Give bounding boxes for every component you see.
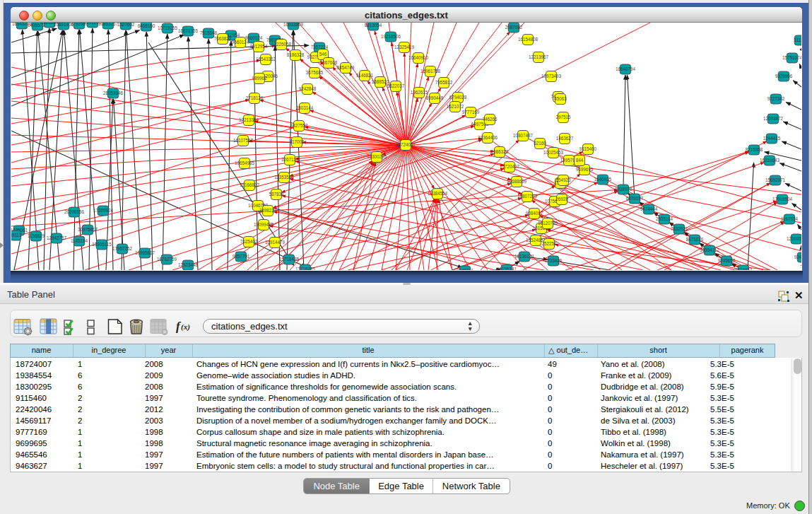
svg-text:10719155: 10719155 [158, 25, 178, 30]
svg-text:297515: 297515 [555, 115, 571, 119]
svg-text:16154808: 16154808 [518, 37, 539, 42]
svg-text:8454749: 8454749 [337, 65, 355, 70]
svg-text:17957252: 17957252 [112, 246, 133, 251]
svg-text:1463627: 1463627 [556, 136, 574, 141]
svg-text:1621072: 1621072 [447, 104, 464, 109]
svg-text:11124: 11124 [794, 37, 801, 42]
svg-text:6794028: 6794028 [449, 95, 467, 100]
svg-text:12325419: 12325419 [394, 45, 415, 49]
svg-text:12923448: 12923448 [178, 262, 199, 267]
svg-text:1527602: 1527602 [117, 23, 135, 27]
svg-text:8427552: 8427552 [290, 123, 308, 128]
svg-text:18724007: 18724007 [396, 142, 416, 147]
svg-text:20206556: 20206556 [64, 209, 85, 214]
svg-text:19218506: 19218506 [381, 34, 401, 39]
svg-text:15751074: 15751074 [782, 55, 801, 60]
svg-text:2867608: 2867608 [320, 60, 338, 65]
svg-text:10973493: 10973493 [541, 74, 562, 78]
svg-text:9777169: 9777169 [462, 110, 480, 115]
svg-text:13716485: 13716485 [295, 267, 316, 270]
svg-text:9474412: 9474412 [735, 267, 753, 270]
svg-text:989962: 989962 [252, 76, 267, 81]
svg-text:8813054: 8813054 [365, 23, 382, 28]
svg-text:16640910: 16640910 [408, 55, 429, 60]
svg-text:39117: 39117 [11, 233, 22, 238]
svg-text:2718126: 2718126 [246, 95, 264, 100]
svg-text:9245011: 9245011 [457, 268, 474, 270]
svg-text:21364436: 21364436 [478, 135, 498, 140]
svg-text:16210643: 16210643 [760, 158, 780, 163]
svg-text:8186328: 8186328 [287, 52, 305, 57]
svg-text:16671355: 16671355 [178, 28, 199, 33]
svg-text:10688609: 10688609 [507, 179, 527, 184]
svg-text:9245652: 9245652 [718, 258, 736, 263]
svg-text:9242848: 9242848 [299, 86, 317, 91]
svg-text:30975867: 30975867 [78, 227, 98, 232]
svg-text:7986322: 7986322 [491, 149, 509, 154]
svg-text:252254: 252254 [541, 241, 557, 246]
svg-text:19166822: 19166822 [240, 182, 260, 187]
svg-text:7515546: 7515546 [200, 30, 218, 35]
svg-text:1244415: 1244415 [763, 136, 781, 141]
svg-text:3498222: 3498222 [259, 208, 277, 213]
svg-text:1145194: 1145194 [71, 238, 88, 243]
svg-text:16107552: 16107552 [233, 138, 254, 143]
svg-text:9699695: 9699695 [576, 167, 594, 172]
svg-text:17359924: 17359924 [93, 208, 114, 213]
svg-text:2935114: 2935114 [656, 216, 673, 221]
svg-text:16136141: 16136141 [514, 254, 535, 259]
svg-text:45063: 45063 [554, 96, 567, 101]
svg-text:12103561: 12103561 [787, 236, 801, 241]
svg-text:844: 844 [576, 158, 584, 163]
svg-text:16648794: 16648794 [616, 66, 636, 71]
svg-text:18807249: 18807249 [517, 194, 538, 199]
svg-text:10853257: 10853257 [98, 23, 119, 26]
svg-text:917006: 917006 [289, 139, 305, 144]
svg-text:16543362: 16543362 [256, 57, 276, 62]
svg-text:6479197: 6479197 [626, 196, 644, 201]
svg-text:13905115: 13905115 [92, 242, 112, 247]
svg-text:9084067: 9084067 [526, 211, 543, 216]
svg-text:15718485: 15718485 [279, 257, 300, 262]
svg-text:1156829: 1156829 [28, 233, 45, 238]
svg-text:10807487: 10807487 [513, 133, 534, 138]
svg-text:7625402: 7625402 [240, 239, 258, 244]
svg-text:7357224: 7357224 [311, 45, 329, 49]
svg-text:8471876: 8471876 [686, 237, 704, 242]
svg-text:10025453: 10025453 [543, 150, 564, 155]
svg-text:7632621: 7632621 [671, 226, 688, 231]
svg-text:12942757: 12942757 [47, 235, 67, 240]
svg-text:1640935: 1640935 [594, 177, 612, 182]
svg-text:12226058: 12226058 [271, 42, 292, 47]
svg-text:7955812: 7955812 [435, 80, 453, 85]
svg-text:7663822: 7663822 [214, 36, 232, 41]
svg-text:587834: 587834 [269, 192, 284, 197]
svg-text:28053346: 28053346 [103, 90, 124, 95]
svg-text:2803144: 2803144 [296, 105, 314, 110]
svg-text:8990448: 8990448 [426, 95, 444, 100]
svg-text:1733426: 1733426 [545, 258, 563, 263]
svg-text:2687682: 2687682 [505, 25, 523, 30]
svg-text:11353594: 11353594 [274, 175, 294, 180]
svg-text:62160: 62160 [534, 141, 546, 146]
svg-text:3267110: 3267110 [281, 157, 299, 162]
svg-text:15720407: 15720407 [500, 164, 520, 169]
svg-text:19099485: 19099485 [254, 222, 274, 227]
svg-text:(x): (x) [181, 322, 190, 332]
svg-text:15692971: 15692971 [765, 177, 786, 182]
svg-text:9227342: 9227342 [767, 96, 785, 101]
svg-text:9660124: 9660124 [232, 40, 249, 45]
svg-text:16782759: 16782759 [157, 257, 177, 262]
svg-text:8912954: 8912954 [250, 44, 268, 49]
svg-text:5322037: 5322037 [387, 83, 405, 88]
svg-text:8938928: 8938928 [615, 187, 632, 192]
svg-text:19654985: 19654985 [235, 160, 255, 165]
svg-text:12093872: 12093872 [763, 116, 784, 121]
svg-text:18300295: 18300295 [367, 154, 387, 159]
svg-text:16961758: 16961758 [420, 69, 441, 74]
svg-text:3675685: 3675685 [306, 70, 324, 75]
svg-text:9857791: 9857791 [233, 254, 250, 259]
svg-text:546: 546 [319, 52, 327, 57]
svg-text:9329966: 9329966 [775, 74, 793, 78]
svg-text:654923: 654923 [555, 177, 571, 182]
